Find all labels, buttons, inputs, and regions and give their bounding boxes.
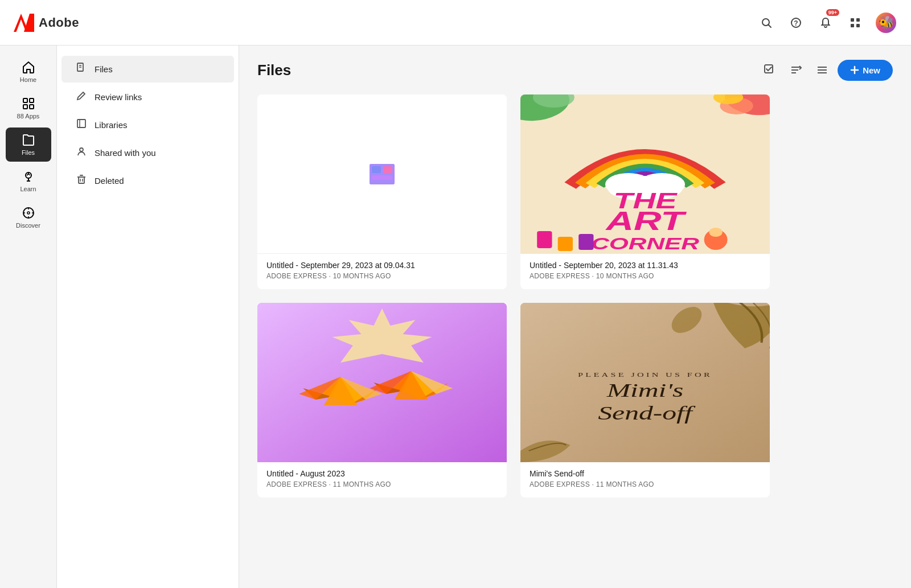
svg-rect-11: [30, 98, 34, 102]
avatar[interactable]: 🐝: [875, 11, 897, 34]
learn-label: Learn: [20, 186, 36, 192]
menu-libraries-label: Libraries: [95, 120, 128, 130]
svg-rect-8: [851, 24, 854, 27]
plus-icon: [850, 65, 859, 75]
apps-label: 88 Apps: [17, 113, 40, 120]
file-meta-1: ADOBE EXPRESS · 10 months ago: [266, 272, 498, 280]
file-thumbnail-1: [257, 94, 507, 254]
top-navigation: Adobe ? 99+: [0, 0, 911, 46]
header-actions: New: [759, 59, 893, 81]
menu-item-deleted[interactable]: Deleted: [61, 167, 234, 194]
svg-line-3: [769, 24, 772, 27]
search-button[interactable]: [756, 13, 777, 33]
menu-item-libraries[interactable]: Libraries: [61, 112, 234, 138]
files-menu-icon: [75, 63, 88, 76]
files-label: Files: [22, 149, 35, 156]
sort-icon: [790, 64, 802, 76]
checkbox-icon: [764, 64, 776, 76]
file-card-2[interactable]: THE ART CORNER: [520, 94, 770, 289]
home-label: Home: [20, 76, 36, 83]
notifications-wrapper: 99+: [815, 13, 836, 33]
notification-badge: 99+: [826, 9, 839, 16]
svg-point-64: [709, 228, 722, 237]
menu-deleted-label: Deleted: [95, 176, 124, 186]
svg-rect-12: [23, 105, 27, 109]
svg-text:Send-off: Send-off: [598, 402, 695, 424]
libraries-icon: [75, 118, 88, 131]
logo-area: Adobe: [14, 14, 756, 32]
file-meta-2: ADOBE EXPRESS · 10 months ago: [530, 272, 761, 280]
sidebar-item-home[interactable]: Home: [6, 55, 51, 89]
sort-button[interactable]: [785, 59, 807, 81]
files-grid-container: Untitled - September 29, 2023 at 09.04.3…: [239, 90, 911, 588]
new-button-label: New: [863, 65, 880, 75]
help-button[interactable]: ?: [786, 13, 806, 33]
new-button[interactable]: New: [838, 60, 893, 81]
file-info-1: Untitled - September 29, 2023 at 09.04.3…: [257, 254, 507, 289]
sidebar-item-learn[interactable]: Learn: [6, 164, 51, 198]
file-thumbnail-4: PLEASE JOIN US FOR Mimi's Send-off: [520, 303, 770, 462]
art-corner-thumbnail: THE ART CORNER: [520, 94, 770, 254]
home-icon: [22, 60, 35, 74]
svg-text:?: ?: [794, 19, 798, 27]
menu-item-review-links[interactable]: Review links: [61, 84, 234, 110]
main-layout: Home 88 Apps Files L: [0, 46, 911, 588]
svg-rect-61: [558, 237, 573, 251]
svg-text:CORNER: CORNER: [591, 234, 699, 253]
main-content: Files: [239, 46, 911, 588]
learn-icon: [22, 170, 35, 183]
sidebar-item-discover[interactable]: Discover: [6, 200, 51, 235]
svg-rect-47: [372, 175, 392, 180]
file-thumbnail-2: THE ART CORNER: [520, 94, 770, 254]
file-card-1[interactable]: Untitled - September 29, 2023 at 09.04.3…: [257, 94, 507, 289]
file-info-3: Untitled - August 2023 ADOBE EXPRESS · 1…: [257, 462, 507, 497]
menu-shared-label: Shared with you: [95, 148, 156, 158]
content-header: Files: [239, 46, 911, 90]
file-info-2: Untitled - September 20, 2023 at 11.31.4…: [520, 254, 770, 289]
svg-rect-45: [372, 166, 381, 173]
svg-text:Mimi's: Mimi's: [606, 380, 683, 401]
bell-icon: [820, 17, 831, 28]
sidebar-icons: Home 88 Apps Files L: [0, 46, 57, 588]
svg-rect-7: [856, 18, 860, 22]
svg-rect-62: [578, 234, 593, 250]
files-icon: [22, 133, 35, 147]
svg-text:PLEASE JOIN US FOR: PLEASE JOIN US FOR: [578, 371, 712, 378]
select-mode-button[interactable]: [759, 59, 781, 81]
apps-grid-button[interactable]: [845, 13, 865, 33]
shared-icon: [75, 146, 88, 159]
svg-point-19: [27, 212, 30, 214]
menu-files-label: Files: [95, 64, 113, 74]
file-name-1: Untitled - September 29, 2023 at 09.04.3…: [266, 261, 498, 270]
sidebar-secondary: Files Review links Libraries: [57, 46, 239, 588]
page-title: Files: [257, 61, 291, 79]
review-links-icon: [75, 91, 88, 104]
svg-rect-27: [77, 120, 85, 128]
files-grid: Untitled - September 29, 2023 at 09.04.3…: [257, 94, 770, 497]
file-name-3: Untitled - August 2023: [266, 469, 498, 478]
svg-marker-1: [24, 14, 34, 32]
search-icon: [761, 17, 772, 28]
discover-icon: [22, 206, 35, 220]
svg-rect-13: [30, 105, 34, 109]
apps-icon: [22, 97, 35, 110]
sidebar-item-files[interactable]: Files: [6, 128, 51, 162]
menu-item-shared[interactable]: Shared with you: [61, 139, 234, 166]
help-icon: ?: [790, 17, 802, 28]
grid-icon: [850, 17, 861, 28]
file-card-4[interactable]: PLEASE JOIN US FOR Mimi's Send-off Mimi'…: [520, 303, 770, 497]
menu-item-files[interactable]: Files: [61, 56, 234, 83]
svg-rect-60: [537, 231, 552, 248]
file-card-3[interactable]: Untitled - August 2023 ADOBE EXPRESS · 1…: [257, 303, 507, 497]
svg-rect-30: [79, 177, 84, 183]
file-thumbnail-3: [257, 303, 507, 462]
svg-rect-6: [851, 18, 854, 22]
deleted-icon: [75, 174, 88, 187]
menu-review-links-label: Review links: [95, 92, 142, 102]
list-view-button[interactable]: [811, 59, 833, 81]
list-view-icon: [816, 64, 828, 76]
file-name-4: Mimi's Send-off: [530, 469, 761, 478]
svg-point-29: [80, 148, 83, 151]
thumbnail-image-1: [370, 164, 395, 184]
sidebar-item-apps[interactable]: 88 Apps: [6, 91, 51, 125]
